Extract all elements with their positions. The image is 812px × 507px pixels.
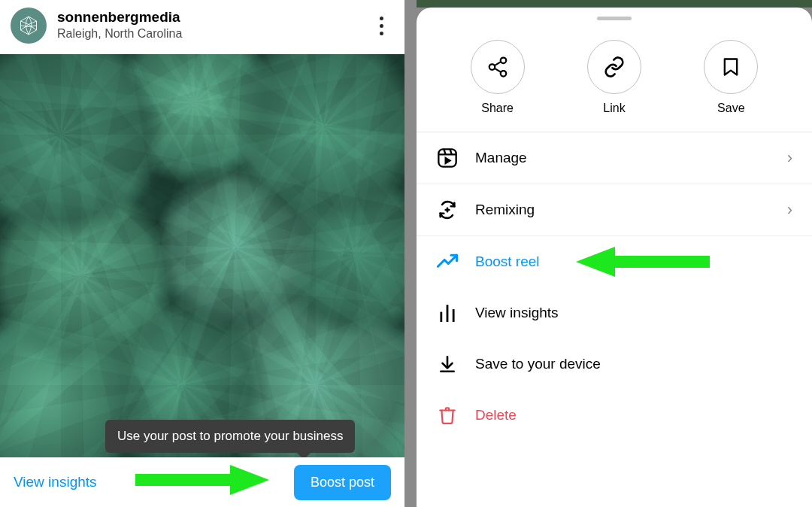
trend-up-icon: [436, 250, 459, 273]
remixing-label: Remixing: [475, 202, 771, 218]
location[interactable]: Raleigh, North Carolina: [57, 26, 358, 42]
svg-point-4: [500, 71, 506, 77]
insights-icon: [436, 302, 459, 324]
menu-remixing[interactable]: Remixing ›: [417, 184, 812, 236]
sheet-handle[interactable]: [597, 17, 632, 20]
action-row: Share Link: [417, 34, 812, 132]
boost-tooltip: Use your post to promote your business: [105, 420, 355, 453]
save-device-label: Save to your device: [475, 356, 792, 372]
svg-line-6: [494, 68, 501, 72]
view-insights-link[interactable]: View insights: [14, 474, 97, 490]
bookmark-icon: [720, 56, 741, 78]
menu-view-insights[interactable]: View insights: [417, 287, 812, 339]
post-header: sonnenbergmedia Raleigh, North Carolina: [0, 0, 404, 54]
chevron-right-icon: ›: [787, 200, 792, 220]
boost-reel-label: Boost reel: [475, 254, 792, 270]
link-action[interactable]: Link: [587, 40, 641, 115]
svg-marker-11: [446, 158, 450, 163]
svg-rect-0: [135, 474, 233, 486]
menu-save-device[interactable]: Save to your device: [417, 339, 812, 390]
svg-rect-7: [438, 149, 456, 166]
link-icon: [603, 56, 626, 78]
menu-delete[interactable]: Delete: [417, 390, 812, 441]
manage-label: Manage: [475, 150, 771, 166]
annotation-arrow-icon: [135, 465, 271, 495]
menu-boost-reel[interactable]: Boost reel: [417, 236, 812, 287]
reels-icon: [436, 147, 459, 169]
avatar-logo-icon: [17, 14, 40, 37]
link-label: Link: [603, 102, 625, 115]
menu-list: Manage › Remixing › Boost reel: [417, 132, 812, 441]
svg-point-2: [500, 58, 506, 64]
download-icon: [436, 353, 459, 375]
post-image[interactable]: Use your post to promote your business: [0, 54, 404, 457]
delete-label: Delete: [475, 407, 792, 424]
more-options-button[interactable]: [368, 9, 394, 42]
svg-marker-1: [230, 465, 269, 495]
trash-icon: [436, 404, 459, 427]
save-label: Save: [717, 102, 744, 115]
post-footer: View insights Boost post: [0, 457, 404, 507]
avatar[interactable]: [11, 8, 47, 44]
save-action[interactable]: Save: [704, 40, 758, 115]
svg-line-5: [494, 62, 501, 65]
menu-manage[interactable]: Manage ›: [417, 132, 812, 184]
share-icon: [486, 56, 509, 78]
chevron-right-icon: ›: [787, 148, 792, 168]
boost-post-button[interactable]: Boost post: [294, 465, 391, 500]
share-action[interactable]: Share: [471, 40, 525, 115]
options-sheet: Share Link: [417, 8, 812, 507]
username[interactable]: sonnenbergmedia: [57, 9, 358, 26]
share-label: Share: [481, 102, 514, 115]
remix-icon: [436, 199, 459, 221]
svg-point-3: [489, 64, 495, 70]
post-view: sonnenbergmedia Raleigh, North Carolina …: [0, 0, 404, 507]
view-insights-label: View insights: [475, 305, 792, 321]
